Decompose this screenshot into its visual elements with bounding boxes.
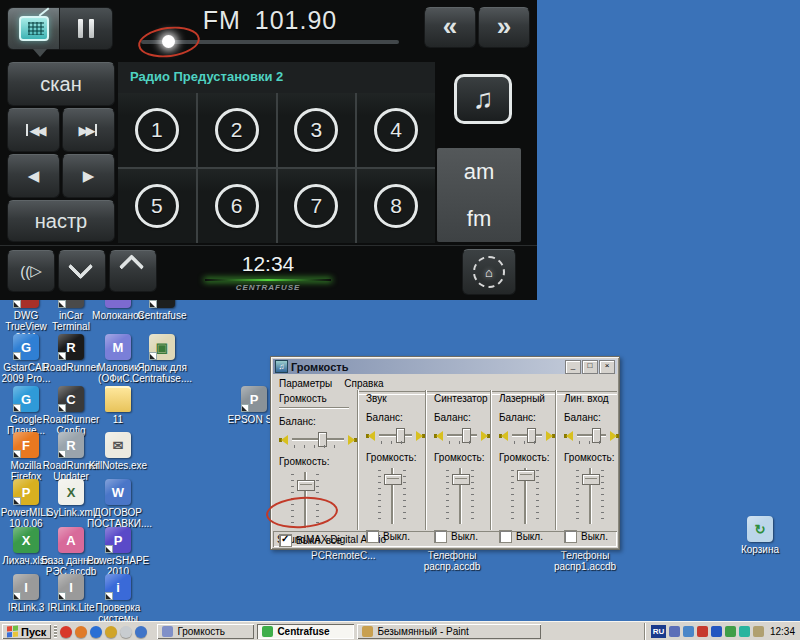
volume-slider-thumb[interactable] (384, 474, 402, 485)
antivirus-icon[interactable] (697, 626, 708, 637)
fm-band-button[interactable]: fm (437, 195, 521, 242)
task-app-icon (362, 626, 373, 637)
scan-button[interactable]: скан (7, 62, 115, 106)
task-label: Громкость (177, 626, 225, 637)
quicklaunch-notes-icon[interactable] (105, 626, 117, 638)
balance-slider[interactable] (577, 428, 606, 444)
network-offline-icon[interactable] (669, 626, 680, 637)
preset-button[interactable]: 8 (357, 169, 435, 243)
desktop-icon-image: A (58, 527, 84, 553)
active-source-pointer (33, 49, 47, 57)
speaker-left-icon (564, 431, 574, 441)
volume-tray-icon[interactable] (753, 626, 764, 637)
tuning-slider-thumb[interactable] (162, 35, 175, 48)
mute-checkbox[interactable]: ✓ Выкл. (366, 530, 425, 543)
desktop-icon[interactable]: P PowerSHAPE 2010 (87, 527, 149, 577)
preset-button[interactable]: 2 (198, 93, 276, 167)
balance-slider-thumb[interactable] (462, 428, 471, 443)
previous-track-button[interactable]: ◀◀ (7, 108, 60, 152)
volume-slider-thumb[interactable] (582, 474, 600, 485)
seek-back-button[interactable]: « (424, 7, 476, 48)
balance-slider[interactable] (292, 432, 344, 448)
balance-slider[interactable] (512, 428, 542, 444)
maximize-button[interactable]: □ (582, 360, 598, 374)
balance-slider-thumb[interactable] (527, 428, 536, 443)
start-button[interactable]: Пуск (2, 624, 51, 639)
slider-ticks (511, 470, 514, 522)
volume-down-button[interactable] (58, 250, 106, 292)
radio-source-button[interactable] (7, 7, 60, 50)
am-band-button[interactable]: am (437, 148, 521, 195)
mute-checkbox[interactable]: ✓ Выкл. все (279, 534, 357, 547)
close-button[interactable]: × (599, 360, 615, 374)
volume-slider-thumb[interactable] (517, 470, 535, 481)
seek-right-button[interactable]: ▶ (62, 154, 115, 198)
quicklaunch-opera-icon[interactable] (60, 626, 72, 638)
preset-button[interactable]: 4 (357, 93, 435, 167)
preset-button[interactable]: 6 (198, 169, 276, 243)
preset-button[interactable]: 5 (118, 169, 196, 243)
toolbar-grip[interactable] (54, 625, 57, 638)
menu-help[interactable]: Справка (339, 378, 388, 389)
balance-slider[interactable] (379, 428, 412, 444)
music-library-button[interactable]: ♫ (446, 68, 520, 130)
volume-slider[interactable] (518, 468, 532, 524)
speaker-right-icon (545, 431, 555, 441)
seek-left-button[interactable]: ◀ (7, 154, 60, 198)
desktop-icon[interactable]: ▣ Ярлык для Centrafuse.... (131, 334, 193, 384)
desktop-icon-image: R (58, 334, 84, 360)
tuning-slider[interactable] (141, 40, 399, 44)
taskbar-task-button[interactable]: Громкость (157, 624, 254, 639)
mute-button[interactable]: ((▷ (7, 250, 55, 292)
network-icon[interactable] (683, 626, 694, 637)
updates-icon[interactable] (725, 626, 736, 637)
desktop-icon[interactable]: ✉ KillNotes.exe (87, 432, 149, 471)
messenger-icon[interactable] (739, 626, 750, 637)
balance-label: Баланс: (434, 412, 490, 423)
quicklaunch-media-icon[interactable] (135, 626, 147, 638)
desktop-icon[interactable]: 11 (87, 386, 149, 425)
balance-slider-thumb[interactable] (318, 432, 327, 447)
desktop-icon-image: i (105, 574, 131, 600)
title-bar[interactable]: ♫ Громкость _ □ × (273, 359, 617, 374)
desktop-icon[interactable]: W ДОГОВОР ПОСТАВКИ.... (87, 479, 149, 529)
desktop-icon-image: G (13, 334, 39, 360)
volume-slider[interactable] (583, 468, 597, 524)
checkbox-icon: ✓ (499, 530, 512, 543)
bluetooth-icon[interactable] (711, 626, 722, 637)
volume-slider[interactable] (298, 472, 312, 528)
volume-slider[interactable] (385, 468, 399, 524)
balance-slider-thumb[interactable] (592, 428, 601, 443)
volume-label: Громкость: (279, 456, 357, 467)
volume-slider-thumb[interactable] (452, 474, 470, 485)
slider-ticks (316, 474, 319, 526)
next-track-button[interactable]: ▶▶ (62, 108, 115, 152)
volume-up-button[interactable] (109, 250, 157, 292)
quicklaunch-firefox-icon[interactable] (75, 626, 87, 638)
speaker-right-icon (415, 431, 425, 441)
preset-button[interactable]: 1 (118, 93, 196, 167)
pause-button[interactable] (60, 7, 113, 50)
balance-slider[interactable] (447, 428, 477, 444)
preset-button[interactable]: 7 (278, 169, 356, 243)
balance-slider-thumb[interactable] (396, 428, 405, 443)
preset-button[interactable]: 3 (278, 93, 356, 167)
mute-checkbox[interactable]: ✓ Выкл. (499, 530, 555, 543)
home-button[interactable]: ⌂ (462, 249, 516, 295)
minimize-button[interactable]: _ (565, 360, 581, 374)
taskbar-task-button[interactable]: Centrafuse (257, 624, 354, 639)
tune-settings-button[interactable]: настр (7, 200, 115, 242)
desktop-icon[interactable]: ↻ Корзина (729, 516, 791, 555)
volume-slider[interactable] (453, 468, 467, 524)
mute-checkbox[interactable]: ✓ Выкл. (434, 530, 490, 543)
seek-forward-button[interactable]: » (478, 7, 530, 48)
desktop-icon[interactable]: i Проверка системы (87, 574, 149, 624)
taskbar-task-button[interactable]: Безымянный - Paint (357, 624, 541, 639)
menu-options[interactable]: Параметры (274, 378, 337, 389)
volume-slider-thumb[interactable] (297, 480, 315, 491)
quicklaunch-ie-icon[interactable] (90, 626, 102, 638)
mixer-channel: Синтезатор Баланс: Громкость: ✓ Выкл. (425, 390, 490, 530)
language-indicator[interactable]: RU (651, 625, 666, 638)
quicklaunch-bulb-icon[interactable] (120, 626, 132, 638)
mute-checkbox[interactable]: ✓ Выкл. (564, 530, 619, 543)
